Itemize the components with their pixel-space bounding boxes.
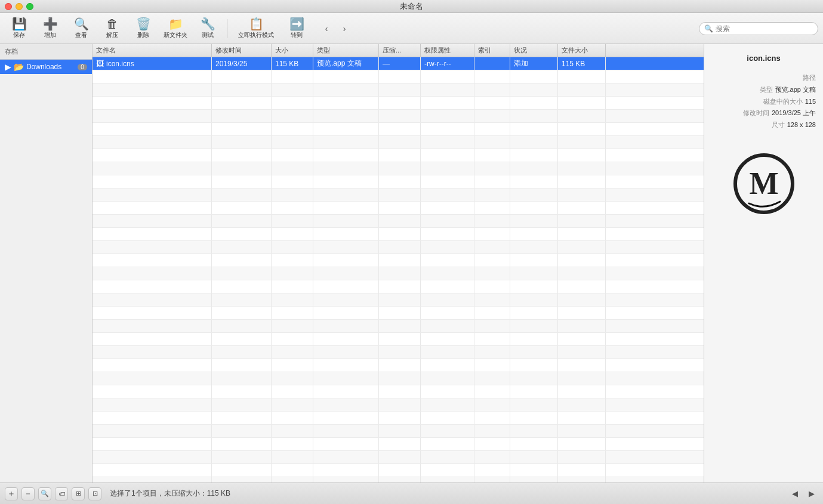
- table-row-empty: [93, 254, 704, 267]
- col-header-filename[interactable]: 文件名: [93, 44, 212, 57]
- add-item-button[interactable]: ＋: [5, 487, 18, 500]
- table-row-empty: [93, 84, 704, 97]
- new-file-icon: 📁: [168, 18, 183, 30]
- test-button[interactable]: 🔧 测试: [193, 16, 222, 42]
- table-row-empty: [93, 110, 704, 123]
- col-header-modified[interactable]: 修改时间: [212, 44, 272, 57]
- table-row-empty: [93, 149, 704, 162]
- save-label: 保存: [13, 31, 25, 39]
- content-area: 存档 ▶ 📂 Downloads 0 文件名 修改时间 大小 类型 压缩...: [0, 44, 823, 483]
- table-row-empty: [93, 228, 704, 241]
- table-row-empty: [93, 359, 704, 372]
- table-row-empty: [93, 425, 704, 438]
- col-header-filesize[interactable]: 文件大小: [558, 44, 606, 57]
- table-row-empty: [93, 97, 704, 110]
- col-header-type[interactable]: 类型: [313, 44, 379, 57]
- minimize-button[interactable]: [16, 3, 23, 10]
- table-row-empty: [93, 293, 704, 307]
- table-row-empty: [93, 136, 704, 149]
- decompress-icon: 🗑: [106, 18, 118, 30]
- delete-icon: 🗑️: [136, 18, 151, 30]
- table-row-empty: [93, 451, 704, 464]
- table-row-empty: [93, 385, 704, 398]
- main-area: 文件名 修改时间 大小 类型 压缩... 权限属性 索引 状况: [93, 44, 704, 483]
- table-row-empty: [93, 215, 704, 228]
- nav-buttons: ‹ ›: [318, 20, 353, 37]
- sidebar-item-label: Downloads: [26, 63, 61, 71]
- search-bar[interactable]: 🔍: [699, 22, 818, 35]
- table-row-empty: [93, 267, 704, 280]
- col-header-status[interactable]: 状况: [510, 44, 558, 57]
- next-page-button[interactable]: ▶: [805, 487, 818, 500]
- immediate-mode-icon: 📋: [249, 18, 264, 30]
- prop-disksize: 磁盘中的大小 115: [711, 96, 816, 108]
- maximize-button[interactable]: [26, 3, 33, 10]
- prop-type: 类型 预览.app 文稿: [711, 84, 816, 96]
- table-row-empty: [93, 372, 704, 385]
- col-header-compress[interactable]: 压缩...: [379, 44, 421, 57]
- decompress-button[interactable]: 🗑 解压: [98, 16, 127, 42]
- view-bottom-button[interactable]: ⊞: [72, 487, 85, 500]
- prev-page-button[interactable]: ◀: [788, 487, 802, 500]
- breadcrumb: 存档: [0, 44, 92, 60]
- remove-item-button[interactable]: －: [21, 487, 35, 500]
- col-header-size[interactable]: 大小: [272, 44, 313, 57]
- table-row-empty: [93, 346, 704, 359]
- logo-svg: M: [731, 151, 797, 217]
- table-row-empty: [93, 464, 704, 477]
- table-row-empty: [93, 241, 704, 254]
- add-button[interactable]: ➕ 增加: [36, 16, 64, 42]
- table-row-empty: [93, 477, 704, 483]
- back-button[interactable]: ‹: [318, 20, 335, 37]
- prop-modified-value: 2019/3/25 上午: [772, 107, 816, 119]
- new-file-label: 新文件夹: [164, 31, 187, 39]
- goto-label: 转到: [291, 31, 303, 39]
- prop-path-label: 路径: [803, 72, 816, 84]
- inspector-filename: icon.icns: [747, 54, 780, 63]
- view-label: 查看: [75, 31, 87, 39]
- table-row-empty: [93, 202, 704, 215]
- table-row[interactable]: 🖼icon.icns 2019/3/25 115 KB 预览.app 文稿 — …: [93, 57, 704, 70]
- view-icon: 🔍: [74, 18, 89, 30]
- goto-button[interactable]: ➡️ 转到: [282, 16, 311, 42]
- table-row-empty: [93, 280, 704, 293]
- prop-type-label: 类型: [760, 84, 773, 96]
- col-header-index[interactable]: 索引: [474, 44, 510, 57]
- add-icon: ➕: [43, 18, 58, 30]
- table-row-empty: [93, 175, 704, 188]
- close-button[interactable]: [5, 3, 12, 10]
- prop-modified: 修改时间 2019/3/25 上午: [711, 107, 816, 119]
- forward-button[interactable]: ›: [336, 20, 353, 37]
- inspector-panel: icon.icns 路径 类型 预览.app 文稿 磁盘中的大小 115 修改时…: [704, 44, 823, 483]
- view-button[interactable]: 🔍 查看: [67, 16, 95, 42]
- column-headers: 文件名 修改时间 大小 类型 压缩... 权限属性 索引 状况: [93, 44, 704, 57]
- immediate-mode-button[interactable]: 📋 立即执行模式: [232, 16, 280, 42]
- prop-disksize-label: 磁盘中的大小: [763, 96, 803, 108]
- table-row-empty: [93, 307, 704, 320]
- title-bar: 未命名: [0, 0, 823, 13]
- col-header-perms[interactable]: 权限属性: [421, 44, 474, 57]
- prop-dimensions-value: 128 x 128: [787, 119, 816, 131]
- status-message: 选择了1个项目，未压缩大小：115 KB: [110, 488, 230, 499]
- delete-button[interactable]: 🗑️ 删除: [129, 16, 158, 42]
- search-input[interactable]: [716, 24, 813, 33]
- inspector-properties: 路径 类型 预览.app 文稿 磁盘中的大小 115 修改时间 2019/3/2…: [711, 72, 816, 131]
- new-file-button[interactable]: 📁 新文件夹: [160, 16, 191, 42]
- tag-button[interactable]: 🏷: [55, 487, 68, 500]
- prop-dimensions-label: 尺寸: [772, 119, 785, 131]
- delete-label: 删除: [137, 31, 149, 39]
- table-row-empty: [93, 320, 704, 333]
- sidebar: 存档 ▶ 📂 Downloads 0: [0, 44, 93, 483]
- sidebar-item-downloads[interactable]: ▶ 📂 Downloads 0: [0, 60, 92, 74]
- window-title: 未命名: [400, 1, 423, 12]
- table-row-empty: [93, 188, 704, 202]
- search-bottom-button[interactable]: 🔍: [38, 487, 51, 500]
- search-icon: 🔍: [704, 24, 713, 33]
- table-row-empty: [93, 412, 704, 425]
- prop-type-value: 预览.app 文稿: [775, 84, 816, 96]
- table-row-empty: [93, 398, 704, 412]
- save-button[interactable]: 💾 保存: [5, 16, 33, 42]
- traffic-lights: [5, 3, 33, 10]
- inspector-preview: M: [728, 148, 800, 219]
- expand-button[interactable]: ⊡: [88, 487, 101, 500]
